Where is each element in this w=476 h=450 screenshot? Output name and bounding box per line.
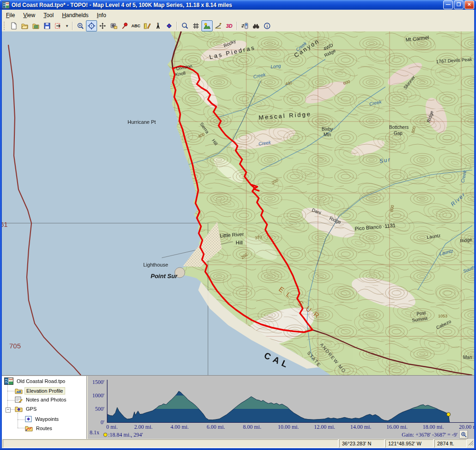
north-arrow-button[interactable]: N [153,20,164,31]
waypoints-icon [25,416,32,422]
profile-zoom-button[interactable] [460,431,468,438]
recenter-button[interactable] [86,20,97,31]
map-label: Hurricane Pt [128,119,156,125]
map-label: 370 [255,235,262,240]
slope-flag-icon [214,22,222,30]
status-message-cell [3,439,338,448]
x-tick-label: 10.00 mi. [278,424,299,430]
grid-icon [192,22,200,30]
map-label: Point Sur [151,273,178,280]
y-tick-label: 500' [95,406,104,412]
window-border-left [0,10,2,448]
tree-item-label: Notes and Photos [24,396,67,403]
measure-button[interactable] [141,20,153,31]
red-pushpin-icon [121,22,128,30]
waypoint-diamond-icon [165,22,173,30]
tree-item-routes[interactable]: Routes [25,425,54,432]
tree-item-gps[interactable]: GPS [15,406,38,412]
tree-item-label: Elevation Profile [24,387,65,395]
app-icon [2,1,10,9]
symbol-button[interactable] [164,20,175,31]
pan-button[interactable] [97,20,108,31]
map-label: Man [463,355,472,360]
window-border-bottom [0,448,476,450]
trip-file-icon [4,377,13,385]
gain-readout: Gain: +3678' -3687' = -9' [402,432,458,438]
map-label: 1053 [438,314,447,318]
import-map-button[interactable] [31,20,42,31]
x-tick-label: 4.00 mi. [171,424,189,430]
toolbar-grip[interactable] [4,22,6,30]
handheld-transfer-button[interactable] [239,20,250,31]
trip-tree-panel: − Old Coastal Road.tpo Elevation Profile… [2,376,87,439]
menu-info[interactable]: Info [93,11,110,20]
open-folder-icon [21,22,29,30]
minimize-button[interactable]: — [443,0,453,9]
tree-item-label: Waypoints [34,416,60,422]
menu-tool[interactable]: Tool [39,11,58,20]
tree-root-row[interactable]: Old Coastal Road.tpo [4,377,67,385]
x-tick-label: 2.00 mi. [134,424,153,430]
y-tick-label: 1000' [92,392,104,399]
elevation-cell: 2874 ft. [434,439,467,448]
x-tick-label: 12.00 mi. [314,424,336,430]
menu-handhelds[interactable]: Handhelds [58,11,92,20]
export-dropdown[interactable]: ▼ [64,24,70,28]
tree-item-waypoints[interactable]: Waypoints [25,416,60,422]
elevation-area [88,378,476,423]
text-tool-button[interactable]: ABC [130,20,141,31]
x-axis-ticks: 0 mi.2.00 mi.4.00 mi.6.00 mi.8.00 mi.10.… [106,424,476,430]
menu-view[interactable]: View [19,11,39,20]
gps-collapse-toggle[interactable]: − [6,407,11,413]
new-document-icon [10,22,18,30]
find-button[interactable] [250,20,262,31]
map-label: Lighthouse [143,262,168,268]
gps-device-icon [241,22,249,30]
binoculars-icon [252,22,260,30]
x-tick-label: 18.00 mi. [423,424,444,430]
photo-clipboard-button[interactable] [108,20,119,31]
svg-text:i: i [267,24,268,29]
grid-button[interactable] [190,20,201,31]
maximize-button[interactable]: ❐ [454,0,464,9]
magnifier-icon [181,22,189,30]
profile-tool-button[interactable] [213,20,224,31]
y-tick-label: 1500' [92,379,104,385]
pushpin-button[interactable] [119,20,130,31]
app-window: Old Coast Road.tpo* - TOPO! - Map Level … [0,0,476,450]
tree-item-notes-photos[interactable]: Notes and Photos [15,396,67,403]
x-tick-label: 8.00 mi. [243,424,262,430]
search-button[interactable] [179,20,190,31]
camera-clipboard-icon [110,22,117,30]
3d-view-button[interactable]: 3D [224,20,235,31]
tree-item-elevation-profile[interactable]: Elevation Profile [15,387,65,395]
route-cursor-marker[interactable] [447,413,451,416]
elevation-profile-icon [15,388,23,394]
menu-file[interactable]: File [2,11,19,20]
toolbar-separator [237,22,238,30]
map-label: Hill [236,240,243,245]
info-button[interactable]: i [262,20,273,31]
save-button[interactable] [42,20,53,31]
title-bar[interactable]: Old Coast Road.tpo* - TOPO! - Map Level … [0,0,476,10]
profile-zoom-label: 8.1x [90,429,99,436]
map-label: Bottchers [389,125,409,130]
terrain-shading-button[interactable] [201,20,213,31]
close-button[interactable]: ✕ [464,0,474,9]
elevation-profile-chart[interactable]: 0'500'1000'1500' 0 mi.2.00 mi.4.00 mi.6.… [88,376,476,439]
new-button[interactable] [8,20,19,31]
latitude-cell: 36°23.283' N [339,439,384,448]
y-axis-ticks: 0'500'1000'1500' [92,379,104,426]
toolbar-separator [72,22,73,30]
info-icon: i [263,22,271,30]
save-floppy-icon [43,22,51,30]
export-button[interactable] [53,20,64,31]
notes-photos-icon [15,396,23,403]
cursor-dot-icon [104,433,107,437]
x-tick-label: 20.00 mi. [459,424,476,430]
resize-grip[interactable] [468,440,474,447]
map-canvas[interactable]: RockyLas PiedrasCanyonCreekLongCreek4WDR… [2,31,474,375]
open-button[interactable] [19,20,31,31]
pan-arrows-icon [99,22,106,30]
zoom-in-button[interactable] [75,20,86,31]
